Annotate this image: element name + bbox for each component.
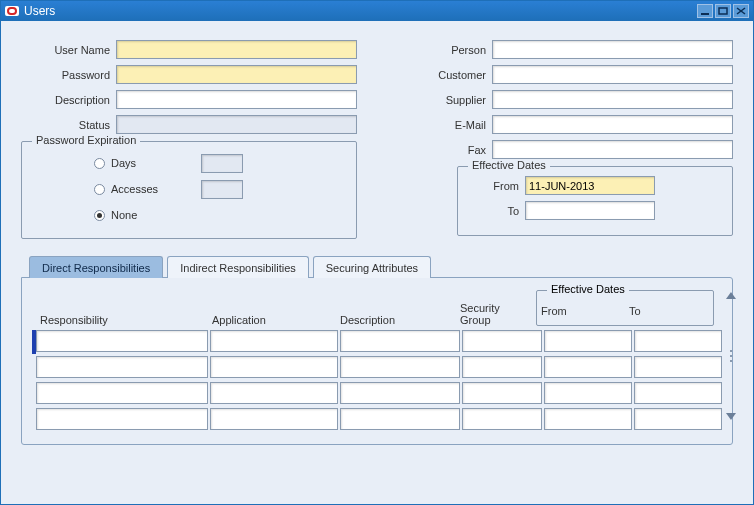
cell-security-group[interactable]: [462, 356, 542, 378]
effective-to-field[interactable]: [525, 201, 655, 220]
supplier-field[interactable]: [492, 90, 733, 109]
table-row: [32, 382, 724, 406]
cell-security-group[interactable]: [462, 330, 542, 352]
grid-scrollbar[interactable]: [726, 292, 736, 420]
grid-headers: Responsibility Application Description S…: [32, 288, 724, 326]
svg-rect-1: [719, 8, 727, 14]
description-row: Description: [21, 89, 357, 110]
email-field[interactable]: [492, 115, 733, 134]
password-expiration-fieldset: Password Expiration Days Accesses None: [21, 141, 357, 239]
tab-strip: Direct Responsibilities Indirect Respons…: [21, 255, 733, 277]
fax-row: Fax: [397, 139, 733, 160]
password-field[interactable]: [116, 65, 357, 84]
email-label: E-Mail: [397, 119, 492, 131]
cell-description[interactable]: [340, 408, 460, 430]
tab-direct-responsibilities[interactable]: Direct Responsibilities: [29, 256, 163, 278]
table-row: [32, 330, 724, 354]
cell-application[interactable]: [210, 356, 338, 378]
cell-responsibility[interactable]: [36, 408, 208, 430]
cell-description[interactable]: [340, 330, 460, 352]
upper-form: User Name Password Description Status Pa…: [21, 39, 733, 239]
header-effective-dates-group: Effective Dates From To: [536, 290, 714, 326]
oracle-icon: [5, 6, 19, 16]
effective-to-label: To: [470, 205, 525, 217]
minimize-button[interactable]: [697, 4, 713, 18]
days-radio[interactable]: [94, 158, 105, 169]
scroll-handle-icon[interactable]: [730, 350, 732, 362]
table-row: [32, 356, 724, 380]
close-button[interactable]: [733, 4, 749, 18]
cell-to[interactable]: [634, 408, 722, 430]
cell-responsibility[interactable]: [36, 356, 208, 378]
scroll-up-icon[interactable]: [726, 292, 736, 299]
none-radio-label: None: [111, 209, 201, 221]
effective-from-row: From: [470, 175, 720, 196]
accesses-field[interactable]: [201, 180, 243, 199]
cell-description[interactable]: [340, 356, 460, 378]
cell-application[interactable]: [210, 408, 338, 430]
effective-from-field[interactable]: [525, 176, 655, 195]
header-effective-dates-legend: Effective Dates: [547, 283, 629, 295]
supplier-label: Supplier: [397, 94, 492, 106]
right-column: Person Customer Supplier E-Mail Fax: [397, 39, 733, 239]
cell-description[interactable]: [340, 382, 460, 404]
responsibilities-grid: Responsibility Application Description S…: [32, 288, 724, 434]
accesses-radio[interactable]: [94, 184, 105, 195]
customer-field[interactable]: [492, 65, 733, 84]
supplier-row: Supplier: [397, 89, 733, 110]
header-description: Description: [336, 314, 456, 326]
user-name-row: User Name: [21, 39, 357, 60]
scroll-down-icon[interactable]: [726, 413, 736, 420]
expiration-none-row: None: [94, 202, 344, 228]
password-label: Password: [21, 69, 116, 81]
window-title: Users: [24, 4, 695, 18]
days-field[interactable]: [201, 154, 243, 173]
cell-from[interactable]: [544, 382, 632, 404]
cell-to[interactable]: [634, 382, 722, 404]
effective-dates-legend: Effective Dates: [468, 159, 550, 171]
status-label: Status: [21, 119, 116, 131]
cell-from[interactable]: [544, 330, 632, 352]
tab-indirect-responsibilities[interactable]: Indirect Responsibilities: [167, 256, 309, 278]
content-area: User Name Password Description Status Pa…: [1, 21, 753, 455]
cell-to[interactable]: [634, 330, 722, 352]
maximize-button[interactable]: [715, 4, 731, 18]
expiration-accesses-row: Accesses: [94, 176, 344, 202]
description-label: Description: [21, 94, 116, 106]
cell-from[interactable]: [544, 408, 632, 430]
header-responsibility: Responsibility: [36, 314, 208, 326]
tab-securing-attributes[interactable]: Securing Attributes: [313, 256, 431, 278]
cell-responsibility[interactable]: [36, 382, 208, 404]
expiration-days-row: Days: [94, 150, 344, 176]
person-row: Person: [397, 39, 733, 60]
none-radio[interactable]: [94, 210, 105, 221]
header-security-group: Security Group: [456, 302, 536, 326]
cell-application[interactable]: [210, 330, 338, 352]
users-window: Users User Name Password Description: [0, 0, 754, 505]
status-field[interactable]: [116, 115, 357, 134]
header-application: Application: [208, 314, 336, 326]
responsibilities-panel: Responsibility Application Description S…: [21, 277, 733, 445]
accesses-radio-label: Accesses: [111, 183, 201, 195]
password-expiration-legend: Password Expiration: [32, 134, 140, 146]
cell-security-group[interactable]: [462, 408, 542, 430]
table-row: [32, 408, 724, 432]
person-field[interactable]: [492, 40, 733, 59]
svg-rect-0: [701, 13, 709, 15]
customer-row: Customer: [397, 64, 733, 85]
left-column: User Name Password Description Status Pa…: [21, 39, 357, 239]
fax-field[interactable]: [492, 140, 733, 159]
person-label: Person: [397, 44, 492, 56]
description-field[interactable]: [116, 90, 357, 109]
cell-application[interactable]: [210, 382, 338, 404]
fax-label: Fax: [397, 144, 492, 156]
titlebar: Users: [1, 1, 753, 21]
cell-from[interactable]: [544, 356, 632, 378]
cell-to[interactable]: [634, 356, 722, 378]
cell-responsibility[interactable]: [36, 330, 208, 352]
responsibilities-grid-wrap: Responsibility Application Description S…: [32, 288, 726, 434]
cell-security-group[interactable]: [462, 382, 542, 404]
effective-dates-fieldset: Effective Dates From To: [457, 166, 733, 236]
grid-body: [32, 330, 724, 432]
user-name-field[interactable]: [116, 40, 357, 59]
